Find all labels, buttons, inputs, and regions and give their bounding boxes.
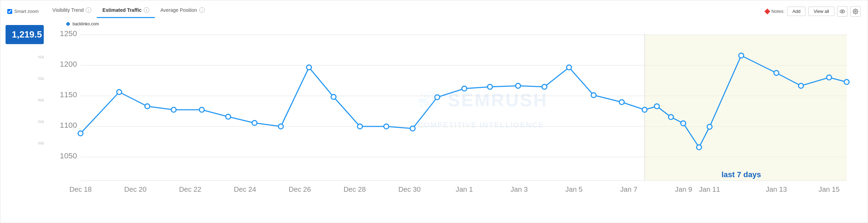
dot: [642, 107, 647, 112]
dot: [827, 75, 832, 80]
dot: [591, 93, 596, 98]
chart-wrapper: 💨 SEMRUSHCOMPETITIVE INTELLIGENCE: [52, 28, 861, 198]
left-panel: 1,219.5 n/a n/a n/a n/a n/a: [0, 22, 49, 223]
svg-text:1050: 1050: [60, 151, 77, 160]
metric-value: 1,219.5: [6, 25, 44, 44]
view-all-button[interactable]: View all: [808, 7, 834, 16]
dot: [307, 65, 311, 70]
dot: [707, 124, 712, 129]
visibility-info-icon[interactable]: i: [86, 7, 91, 13]
tabs-container: Visibility Trend i Estimated Traffic i A…: [47, 5, 765, 18]
svg-text:Dec 22: Dec 22: [179, 185, 201, 193]
dot: [844, 80, 849, 84]
svg-text:1150: 1150: [60, 90, 77, 99]
dot: [78, 131, 83, 136]
svg-point-2: [855, 11, 856, 12]
dot: [410, 126, 415, 131]
smart-zoom-checkbox[interactable]: [7, 9, 12, 14]
svg-text:Jan 15: Jan 15: [819, 185, 840, 193]
notes-section: Notes:: [765, 9, 785, 14]
svg-text:Jan 11: Jan 11: [699, 185, 720, 193]
line-chart: 1250 1200 1150 1100 1050 last 7 days Dec…: [52, 28, 861, 198]
svg-text:Jan 9: Jan 9: [675, 185, 692, 193]
dot: [696, 145, 701, 150]
na-labels: n/a n/a n/a n/a n/a: [6, 55, 44, 146]
traffic-info-icon[interactable]: i: [144, 7, 149, 13]
graph-panel: backlinko.com 💨 SEMRUSHCOMPETITIVE INTEL…: [49, 22, 868, 223]
svg-text:1200: 1200: [60, 60, 77, 68]
dot: [487, 84, 492, 89]
na-label-1: n/a: [6, 55, 44, 59]
dot: [774, 71, 779, 75]
na-label-2: n/a: [6, 76, 44, 81]
dot: [739, 53, 744, 58]
svg-text:Jan 3: Jan 3: [510, 185, 527, 193]
notes-label-text: Notes:: [771, 9, 785, 14]
right-controls: Notes: Add View all: [765, 6, 861, 17]
chart-legend: backlinko.com: [52, 22, 861, 26]
svg-point-1: [842, 11, 843, 12]
svg-text:Jan 5: Jan 5: [565, 185, 582, 193]
tab-position[interactable]: Average Position i: [155, 5, 210, 18]
dot: [619, 100, 624, 105]
position-info-icon[interactable]: i: [199, 7, 205, 13]
dot: [252, 121, 257, 125]
na-label-5: n/a: [6, 141, 44, 146]
svg-text:Dec 26: Dec 26: [289, 185, 311, 193]
dot: [435, 95, 440, 100]
dot: [145, 104, 150, 109]
legend-domain: backlinko.com: [73, 22, 99, 26]
svg-text:Dec 24: Dec 24: [234, 185, 256, 193]
svg-text:Jan 7: Jan 7: [620, 185, 637, 193]
dot: [171, 107, 176, 112]
tab-traffic[interactable]: Estimated Traffic i: [97, 5, 155, 18]
dot: [331, 94, 336, 99]
dot: [681, 121, 686, 126]
dot: [358, 124, 362, 129]
smart-zoom-control[interactable]: Smart zoom: [7, 9, 39, 14]
dot: [542, 84, 547, 89]
dot: [799, 83, 803, 88]
settings-button[interactable]: [850, 6, 861, 17]
svg-text:Jan 1: Jan 1: [456, 185, 473, 193]
svg-text:Dec 18: Dec 18: [69, 185, 92, 193]
svg-text:Jan 13: Jan 13: [766, 185, 787, 193]
main-container: Smart zoom Visibility Trend i Estimated …: [0, 0, 868, 223]
dot: [668, 115, 673, 119]
last7days-region: [645, 35, 847, 181]
svg-text:Dec 20: Dec 20: [124, 185, 147, 193]
na-label-4: n/a: [6, 119, 44, 124]
eye-button[interactable]: [837, 6, 848, 17]
dot: [462, 86, 467, 91]
top-bar: Smart zoom Visibility Trend i Estimated …: [0, 0, 868, 18]
tab-visibility[interactable]: Visibility Trend i: [47, 5, 97, 18]
diamond-icon: [764, 8, 770, 14]
dot: [278, 124, 283, 129]
dot: [117, 90, 122, 94]
dot: [226, 114, 231, 119]
add-button[interactable]: Add: [787, 7, 806, 16]
svg-point-0: [840, 10, 844, 13]
dot: [567, 65, 571, 70]
svg-text:Dec 28: Dec 28: [343, 185, 366, 193]
svg-text:1250: 1250: [60, 29, 77, 38]
chart-area: 1,219.5 n/a n/a n/a n/a n/a backlinko.co…: [0, 18, 868, 223]
svg-text:Dec 30: Dec 30: [398, 185, 420, 193]
dot: [199, 107, 204, 112]
smart-zoom-label: Smart zoom: [14, 9, 39, 14]
na-label-3: n/a: [6, 98, 44, 102]
svg-text:last 7 days: last 7 days: [721, 170, 761, 179]
dot: [654, 104, 659, 109]
dot: [516, 83, 520, 88]
svg-text:1100: 1100: [60, 121, 77, 130]
dot: [384, 124, 389, 129]
legend-dot: [66, 22, 70, 26]
